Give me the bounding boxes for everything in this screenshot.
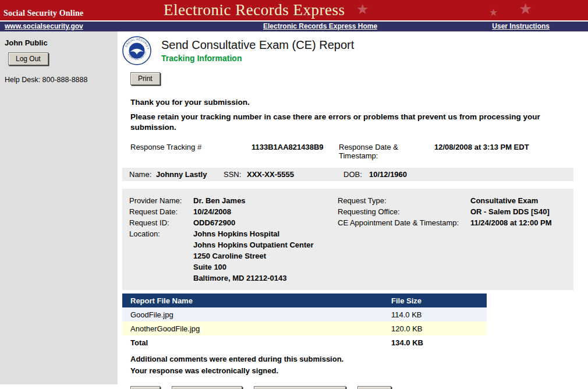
main-content: SOCIAL SECURITY ADMINISTRATION Send Cons… — [118, 31, 588, 388]
dob-label: DOB: — [343, 170, 369, 179]
location-line: 1250 Caroline Street — [193, 250, 314, 261]
request-date-row: Request Date: 10/24/2008 — [129, 206, 338, 217]
file-size-cell: 120.0 KB — [391, 324, 423, 333]
top-banner: Social Security Online Electronic Record… — [0, 0, 588, 22]
page-header: SOCIAL SECURITY ADMINISTRATION Send Cons… — [122, 36, 583, 65]
star-icon: ★ — [356, 2, 369, 16]
file-size-cell: 114.0 KB — [391, 310, 422, 319]
tracking-timestamp-value: 12/08/2008 at 3:13 PM EDT — [434, 143, 529, 160]
name-label: Name: — [129, 170, 156, 179]
nav-link-ere-home[interactable]: Electronic Records Express Home — [263, 22, 377, 30]
appointment-row: CE Appointment Date & Timestamp: 11/24/2… — [338, 217, 566, 228]
ssn-label: SSN: — [224, 170, 247, 179]
location-line: Suite 100 — [193, 261, 314, 273]
requesting-office-value: OR - Salem DDS [S40] — [470, 206, 550, 217]
signed-note: Your response was electronically signed. — [130, 365, 583, 377]
ssn-value: XXX-XX-5555 — [247, 170, 343, 179]
files-table: Report File Name File Size GoodFile.jpg … — [122, 293, 487, 349]
file-size-header: File Size — [391, 296, 421, 305]
action-buttons: Print Request Payment Review Another Req… — [130, 386, 583, 389]
location-label: Location: — [129, 228, 193, 284]
comments-note: Additional comments were entered during … — [130, 353, 583, 365]
tracking-timestamp-label: Response Date & Timestamp: — [339, 143, 434, 160]
help-desk-text: Help Desk: 800-888-8888 — [5, 76, 113, 84]
thank-you-text: Thank you for your submission. — [130, 98, 583, 107]
file-name-header: Report File Name — [122, 296, 391, 305]
provider-row: Provider Name: Dr. Ben James — [129, 195, 338, 206]
submission-notes: Additional comments were entered during … — [122, 353, 583, 377]
banner-title: Electronic Records Express — [164, 1, 345, 19]
nav-bar: www.socialsecurity.gov Electronic Record… — [0, 22, 588, 31]
body-row: John Public Log Out Help Desk: 800-888-8… — [0, 31, 588, 388]
page-title: Send Consultative Exam (CE) Report — [161, 38, 354, 52]
dob-value: 10/12/1960 — [369, 170, 407, 179]
nav-link-socialsecurity-gov[interactable]: www.socialsecurity.gov — [5, 22, 83, 30]
home-button[interactable]: Home — [357, 386, 391, 389]
name-value: Johnny Lastly — [156, 170, 224, 179]
request-payment-button[interactable]: Request Payment — [172, 386, 242, 389]
details-right-column: Request Type: Consultative Exam Requesti… — [338, 195, 566, 284]
appointment-value: 11/24/2008 at 12:00 PM — [470, 217, 552, 228]
print-button[interactable]: Print — [130, 386, 160, 389]
tracking-row: Response Tracking # 1133B1AA821438B9 Res… — [130, 143, 583, 160]
request-details-panel: Provider Name: Dr. Ben James Request Dat… — [122, 189, 573, 290]
request-id-value: ODD672900 — [193, 217, 235, 228]
logout-button[interactable]: Log Out — [8, 52, 48, 65]
nav-link-user-instructions[interactable]: User Instructions — [492, 22, 550, 30]
star-icon: ★ — [519, 1, 532, 16]
location-line: Johns Hopkins Outpatient Center — [193, 239, 314, 250]
files-table-header: Report File Name File Size — [122, 293, 487, 307]
ssa-seal-icon: SOCIAL SECURITY ADMINISTRATION — [122, 36, 151, 65]
review-another-request-button[interactable]: Review Another Request — [254, 386, 346, 389]
table-row: GoodFile.jpg 114.0 KB — [122, 307, 487, 321]
request-type-value: Consultative Exam — [470, 195, 538, 206]
request-type-label: Request Type: — [338, 195, 470, 206]
claimant-summary-bar: Name: Johnny Lastly SSN: XXX-XX-5555 DOB… — [122, 168, 573, 181]
file-name-cell: GoodFile.jpg — [122, 310, 391, 319]
request-id-row: Request ID: ODD672900 — [129, 217, 338, 228]
user-name: John Public — [5, 38, 113, 47]
title-block: Send Consultative Exam (CE) Report Track… — [161, 38, 354, 63]
request-type-row: Request Type: Consultative Exam — [338, 195, 566, 206]
location-row: Location: Johns Hopkins Hospital Johns H… — [129, 228, 338, 284]
tracking-information-subtitle: Tracking Information — [161, 54, 354, 63]
requesting-office-row: Requesting Office: OR - Salem DDS [S40] — [338, 206, 566, 217]
tracking-number-value: 1133B1AA821438B9 — [252, 143, 339, 160]
table-row: AnotherGoodFile.jpg 120.0 KB — [122, 321, 487, 335]
print-button-top[interactable]: Print — [130, 72, 160, 85]
file-name-cell: AnotherGoodFile.jpg — [122, 324, 391, 333]
details-left-column: Provider Name: Dr. Ben James Request Dat… — [129, 195, 338, 284]
ssa-brand: Social Security Online — [3, 9, 83, 18]
location-line: Johns Hopkins Hospital — [193, 228, 314, 239]
tracking-number-label: Response Tracking # — [130, 143, 252, 160]
location-line: Baltimore, MD 21212-0143 — [193, 273, 314, 284]
page: Social Security Online Electronic Record… — [0, 0, 588, 389]
appointment-label: CE Appointment Date & Timestamp: — [338, 217, 470, 228]
total-size-value: 134.0 KB — [391, 338, 423, 347]
location-lines: Johns Hopkins Hospital Johns Hopkins Out… — [193, 228, 314, 284]
provider-value: Dr. Ben James — [193, 195, 246, 206]
total-label: Total — [122, 338, 391, 347]
requesting-office-label: Requesting Office: — [338, 206, 470, 217]
sidebar: John Public Log Out Help Desk: 800-888-8… — [0, 31, 118, 384]
request-id-label: Request ID: — [129, 217, 193, 228]
retain-tracking-note: Please retain your tracking number in ca… — [130, 112, 583, 133]
table-total-row: Total 134.0 KB — [122, 335, 487, 349]
provider-label: Provider Name: — [129, 195, 193, 206]
request-date-value: 10/24/2008 — [193, 206, 231, 217]
request-date-label: Request Date: — [129, 206, 193, 217]
star-icon: ★ — [489, 8, 498, 17]
